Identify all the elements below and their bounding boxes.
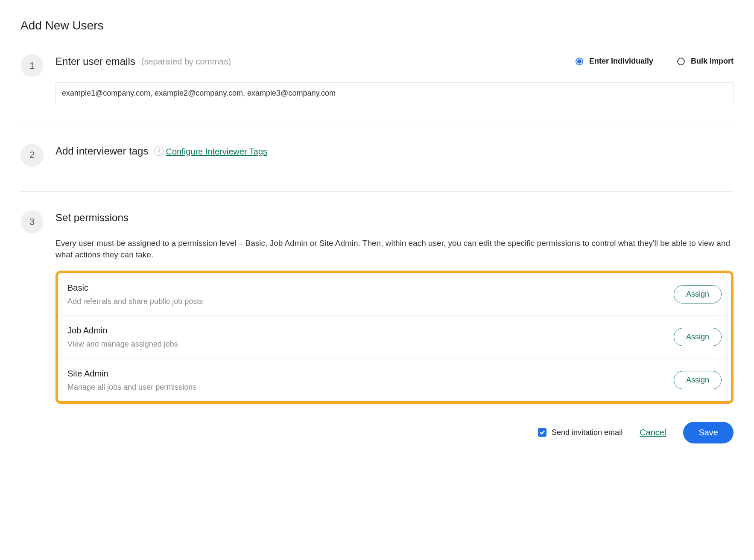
step-3-title: Set permissions <box>56 210 129 225</box>
step-enter-emails: 1 Enter user emails (separated by commas… <box>20 54 734 125</box>
assign-site-admin-button[interactable]: Assign <box>674 371 722 389</box>
save-button[interactable]: Save <box>683 422 734 443</box>
radio-bulk-import-label: Bulk Import <box>691 56 734 67</box>
page-title: Add New Users <box>20 17 734 34</box>
user-emails-input[interactable] <box>56 82 734 104</box>
permission-row-basic: Basic Add referrals and share public job… <box>58 273 731 316</box>
radio-dot-selected-icon <box>576 58 583 65</box>
radio-enter-individually[interactable]: Enter Individually <box>576 56 653 67</box>
permission-row-job-admin: Job Admin View and manage assigned jobs … <box>58 316 731 359</box>
step-set-permissions: 3 Set permissions Every user must be ass… <box>20 210 734 443</box>
permission-row-site-admin: Site Admin Manage all jobs and user perm… <box>58 359 731 401</box>
step-number-2: 2 <box>20 144 44 167</box>
step-2-title-text: Add interviewer tags <box>56 144 148 158</box>
cancel-button[interactable]: Cancel <box>640 426 666 438</box>
radio-enter-individually-label: Enter Individually <box>589 56 653 67</box>
permission-name: Basic <box>67 282 203 294</box>
step-3-title-text: Set permissions <box>56 210 129 225</box>
permissions-description: Every user must be assigned to a permiss… <box>56 238 734 260</box>
checkbox-checked-icon <box>538 428 547 437</box>
permission-name: Site Admin <box>67 368 196 379</box>
divider <box>20 191 734 192</box>
step-1-title: Enter user emails (separated by commas) <box>56 54 231 69</box>
email-mode-radio-group: Enter Individually Bulk Import <box>576 56 734 67</box>
step-1-hint: (separated by commas) <box>141 55 231 67</box>
radio-dot-empty-icon <box>677 58 685 65</box>
send-invitation-checkbox[interactable]: Send invitation email <box>538 427 622 438</box>
send-invitation-label: Send invitation email <box>552 427 622 438</box>
step-2-title: Add interviewer tags i <box>56 144 164 158</box>
radio-bulk-import[interactable]: Bulk Import <box>677 56 734 67</box>
assign-basic-button[interactable]: Assign <box>674 285 722 303</box>
step-number-1: 1 <box>20 54 44 77</box>
permission-levels-list: Basic Add referrals and share public job… <box>56 271 734 404</box>
permission-desc: Add referrals and share public job posts <box>67 296 203 307</box>
divider <box>20 125 734 125</box>
step-interviewer-tags: 2 Add interviewer tags i Configure Inter… <box>20 144 734 192</box>
step-1-title-text: Enter user emails <box>56 54 135 69</box>
configure-interviewer-tags-link[interactable]: Configure Interviewer Tags <box>166 147 267 156</box>
assign-job-admin-button[interactable]: Assign <box>674 328 722 346</box>
permission-desc: Manage all jobs and user permissions <box>67 382 196 393</box>
permission-name: Job Admin <box>67 324 178 336</box>
step-number-3: 3 <box>20 210 44 233</box>
info-icon[interactable]: i <box>154 146 164 156</box>
footer-actions: Send invitation email Cancel Save <box>56 404 734 443</box>
permission-desc: View and manage assigned jobs <box>67 339 178 350</box>
